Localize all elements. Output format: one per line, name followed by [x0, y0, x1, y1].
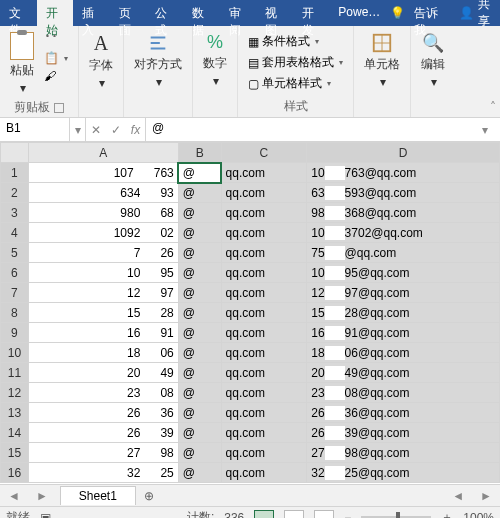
add-sheet-button[interactable]: ⊕: [136, 489, 162, 503]
cell[interactable]: 2300008: [28, 383, 178, 403]
zoom-out-button[interactable]: −: [344, 511, 351, 519]
cell[interactable]: 75000@qq.com: [307, 243, 500, 263]
sheet-tab[interactable]: Sheet1: [60, 486, 136, 505]
tab-home[interactable]: 开始: [37, 0, 74, 26]
cell[interactable]: 2000049: [28, 363, 178, 383]
select-all-corner[interactable]: [1, 143, 29, 163]
collapse-ribbon-icon[interactable]: ˄: [490, 100, 496, 114]
view-normal-button[interactable]: [254, 510, 274, 519]
conditional-format-button[interactable]: ▦条件格式▾: [246, 32, 321, 51]
cell[interactable]: @: [178, 303, 221, 323]
row-header[interactable]: 13: [1, 403, 29, 423]
cell-styles-button[interactable]: ▢单元格样式▾: [246, 74, 333, 93]
row-header[interactable]: 5: [1, 243, 29, 263]
cell[interactable]: qq.com: [221, 343, 307, 363]
dialog-launcher-icon[interactable]: [54, 103, 64, 113]
row-header[interactable]: 4: [1, 223, 29, 243]
cell[interactable]: 2300008@qq.com: [307, 383, 500, 403]
row-header[interactable]: 16: [1, 463, 29, 483]
cell[interactable]: @: [178, 463, 221, 483]
cell[interactable]: 3200025@qq.com: [307, 463, 500, 483]
col-header-B[interactable]: B: [178, 143, 221, 163]
name-box[interactable]: B1: [0, 118, 70, 141]
cell[interactable]: qq.com: [221, 443, 307, 463]
cell[interactable]: @: [178, 403, 221, 423]
zoom-level[interactable]: 100%: [463, 511, 494, 519]
tab-page-layout[interactable]: 页面: [110, 0, 147, 26]
cell[interactable]: @: [178, 223, 221, 243]
cells-dropdown[interactable]: 单元格 ▾: [360, 30, 404, 91]
cell[interactable]: @: [178, 183, 221, 203]
row-header[interactable]: 11: [1, 363, 29, 383]
cell[interactable]: @: [178, 343, 221, 363]
formula-input[interactable]: @: [146, 118, 482, 141]
row-header[interactable]: 9: [1, 323, 29, 343]
cell[interactable]: 2700098@qq.com: [307, 443, 500, 463]
format-painter-button[interactable]: 🖌: [42, 68, 70, 84]
cancel-formula-icon[interactable]: ✕: [91, 123, 101, 137]
tab-tellme[interactable]: 告诉我: [405, 0, 451, 26]
cell[interactable]: @: [178, 363, 221, 383]
worksheet-grid[interactable]: ABCD 1 107000763 @ qq.com 10000763@qq.co…: [0, 142, 500, 484]
tab-data[interactable]: 数据: [183, 0, 220, 26]
font-dropdown[interactable]: A 字体 ▾: [85, 30, 117, 92]
col-header-A[interactable]: A: [28, 143, 178, 163]
cell[interactable]: qq.com: [221, 323, 307, 343]
row-header[interactable]: 12: [1, 383, 29, 403]
cell[interactable]: @: [178, 423, 221, 443]
sheet-nav-prev[interactable]: ◄: [0, 489, 28, 503]
row-header[interactable]: 7: [1, 283, 29, 303]
row-header[interactable]: 1: [1, 163, 29, 183]
cell[interactable]: 2000049@qq.com: [307, 363, 500, 383]
cell[interactable]: @: [178, 383, 221, 403]
cell[interactable]: qq.com: [221, 303, 307, 323]
cell[interactable]: qq.com: [221, 403, 307, 423]
cell[interactable]: 1600091@qq.com: [307, 323, 500, 343]
cell[interactable]: qq.com: [221, 243, 307, 263]
cell[interactable]: 100003702@qq.com: [307, 223, 500, 243]
cell[interactable]: 1000095: [28, 263, 178, 283]
tellme-bulb-icon[interactable]: 💡: [389, 0, 404, 26]
row-header[interactable]: 8: [1, 303, 29, 323]
cell[interactable]: 10000763@qq.com: [307, 163, 500, 183]
expand-formula-icon[interactable]: ▾: [482, 118, 500, 141]
row-header[interactable]: 3: [1, 203, 29, 223]
cell[interactable]: 1800006@qq.com: [307, 343, 500, 363]
cell[interactable]: qq.com: [221, 263, 307, 283]
tab-review[interactable]: 审阅: [220, 0, 257, 26]
cell[interactable]: 1600091: [28, 323, 178, 343]
cell[interactable]: qq.com: [221, 223, 307, 243]
cell[interactable]: qq.com: [221, 423, 307, 443]
cell[interactable]: @: [178, 203, 221, 223]
cell[interactable]: @: [178, 243, 221, 263]
cell[interactable]: 2600036: [28, 403, 178, 423]
cell[interactable]: 98000368@qq.com: [307, 203, 500, 223]
confirm-formula-icon[interactable]: ✓: [111, 123, 121, 137]
tab-power[interactable]: Powe…: [329, 0, 389, 26]
cell[interactable]: qq.com: [221, 163, 307, 183]
zoom-in-button[interactable]: ＋: [441, 509, 453, 518]
hscroll-left[interactable]: ◄: [444, 489, 472, 503]
cell[interactable]: qq.com: [221, 383, 307, 403]
cell[interactable]: 98000068: [28, 203, 178, 223]
sheet-nav-next[interactable]: ►: [28, 489, 56, 503]
tab-formulas[interactable]: 公式: [146, 0, 183, 26]
paste-button[interactable]: 粘贴 ▾: [6, 30, 38, 97]
share-button[interactable]: 👤 共享: [451, 0, 500, 26]
cell[interactable]: 2700098: [28, 443, 178, 463]
cell[interactable]: 63000593@qq.com: [307, 183, 500, 203]
editing-dropdown[interactable]: 🔍 编辑 ▾: [417, 30, 449, 91]
row-header[interactable]: 14: [1, 423, 29, 443]
cell[interactable]: 3200025: [28, 463, 178, 483]
cell[interactable]: qq.com: [221, 363, 307, 383]
row-header[interactable]: 15: [1, 443, 29, 463]
view-page-break-button[interactable]: [314, 510, 334, 519]
col-header-D[interactable]: D: [307, 143, 500, 163]
cell[interactable]: 2600039: [28, 423, 178, 443]
cell[interactable]: 1500028: [28, 303, 178, 323]
hscroll-right[interactable]: ►: [472, 489, 500, 503]
number-dropdown[interactable]: % 数字 ▾: [199, 30, 231, 90]
cell[interactable]: 2600039@qq.com: [307, 423, 500, 443]
cell[interactable]: 107000763: [28, 163, 178, 183]
copy-button[interactable]: 📋▾: [42, 50, 70, 66]
